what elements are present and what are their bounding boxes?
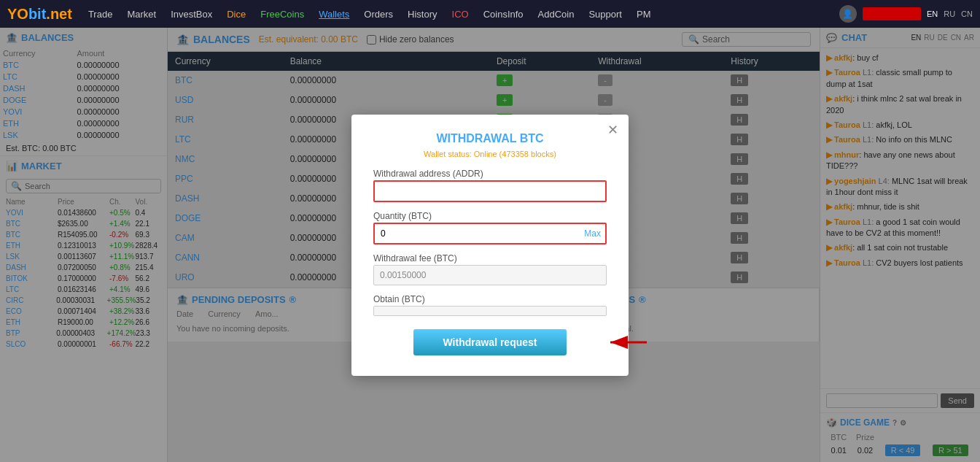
nav-wallets[interactable]: Wallets [313, 9, 355, 20]
qty-input[interactable] [373, 223, 607, 245]
withdrawal-request-button[interactable]: Withdrawal request [413, 329, 566, 355]
nav-coinsinfo[interactable]: CoinsInfo [478, 9, 529, 20]
lang-en[interactable]: EN [927, 9, 938, 18]
addr-input[interactable] [373, 180, 607, 202]
logo-net: .net [46, 6, 72, 22]
red-arrow [603, 328, 650, 357]
qty-wrap: Max [373, 223, 607, 245]
top-nav: YObit.net Trade Market InvestBox Dice Fr… [0, 0, 980, 28]
nav-right: 👤 EN RU CN [839, 5, 973, 23]
nav-dice[interactable]: Dice [221, 9, 252, 20]
modal-btn-row: Withdrawal request [373, 329, 607, 355]
qty-max-button[interactable]: Max [584, 228, 601, 239]
withdrawal-modal: ✕ WITHDRAWAL BTC Wallet status: Online (… [351, 115, 629, 376]
fee-label: Withdrawal fee (BTC) [373, 253, 607, 263]
logo[interactable]: YObit.net [7, 6, 72, 23]
nav-addcoin[interactable]: AddCoin [532, 9, 580, 20]
modal-status: Wallet status: Online (473358 blocks) [373, 150, 607, 158]
logo-yo: YO [7, 6, 28, 22]
user-bar [863, 7, 921, 20]
modal-close-button[interactable]: ✕ [607, 122, 618, 138]
qty-label: Quantity (BTC) [373, 211, 607, 221]
nav-orders[interactable]: Orders [358, 9, 399, 20]
obtain-label: Obtain (BTC) [373, 294, 607, 304]
modal-title: WITHDRAWAL BTC [373, 132, 607, 145]
nav-pm[interactable]: PM [631, 9, 657, 20]
nav-market[interactable]: Market [121, 9, 162, 20]
lang-cn[interactable]: CN [961, 9, 973, 18]
fee-value: 0.00150000 [373, 265, 607, 285]
modal-overlay: ✕ WITHDRAWAL BTC Wallet status: Online (… [0, 28, 980, 462]
logo-bit: bit [28, 6, 46, 22]
user-icon[interactable]: 👤 [839, 5, 857, 23]
nav-history[interactable]: History [402, 9, 443, 20]
obtain-value [373, 306, 607, 316]
nav-trade[interactable]: Trade [82, 9, 118, 20]
addr-label: Withdrawal address (ADDR) [373, 169, 607, 179]
nav-support[interactable]: Support [583, 9, 628, 20]
nav-investbox[interactable]: InvestBox [165, 9, 218, 20]
nav-ico[interactable]: ICO [446, 9, 475, 20]
lang-ru[interactable]: RU [944, 9, 955, 18]
nav-freecoins[interactable]: FreeCoins [254, 9, 310, 20]
